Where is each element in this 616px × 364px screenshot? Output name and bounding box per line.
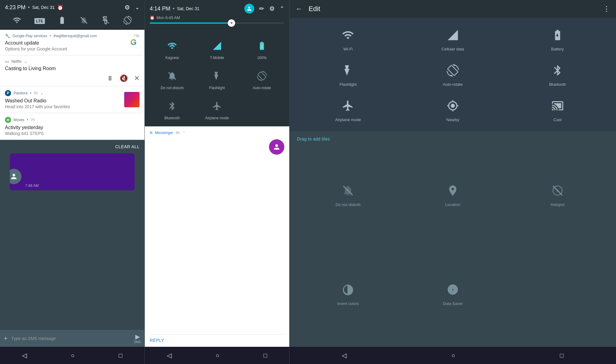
moves-icon: M xyxy=(5,117,11,123)
pandora-title: Washed Out Radio xyxy=(5,98,140,104)
edit-tile-wifi[interactable]: Wi-Fi xyxy=(297,23,399,56)
drag-tile-dnd[interactable]: Do not disturb xyxy=(297,147,399,243)
battery-edit-icon xyxy=(551,29,564,44)
brightness-icon: ☀ xyxy=(230,21,233,25)
edit-tile-bluetooth[interactable]: Bluetooth xyxy=(506,58,609,91)
recents-nav2-icon[interactable]: □ xyxy=(263,352,267,359)
wifi-edit-icon xyxy=(342,29,354,44)
more-options-icon[interactable]: ⋮ xyxy=(603,5,610,13)
invert-drag-icon xyxy=(342,283,354,298)
messenger-notification[interactable]: ≡ Messenger 8h ⌃ REPLY xyxy=(145,126,289,347)
qs-tile-bluetooth[interactable]: Bluetooth xyxy=(150,94,195,124)
panel-quick-settings: 4:14 PM • Sat, Dec 31 ✏ ⚙ ⌃ ⏰ Mon 6:45 A… xyxy=(145,0,290,364)
back-nav-icon[interactable]: ◁ xyxy=(22,352,27,359)
dnd-status-icon xyxy=(80,16,88,26)
edit-tile-airplane[interactable]: Airplane mode xyxy=(297,93,399,126)
sms-send-button[interactable]: ▶ SMS xyxy=(134,333,141,344)
reply-button[interactable]: REPLY xyxy=(150,338,164,343)
edit-tile-cellular[interactable]: Cellular data xyxy=(402,23,504,56)
moves-notification[interactable]: M Moves • 7h Activity yesterday Walking … xyxy=(0,113,144,140)
quick-settings-grid: Kagnew T-Mobile ⚡ 100% xyxy=(145,31,289,126)
edit-tile-cast[interactable]: Cast xyxy=(506,93,609,126)
edit-tile-battery[interactable]: Battery xyxy=(506,23,609,56)
messenger-icon: ≡ xyxy=(150,130,152,136)
pause-button[interactable]: ⏸ xyxy=(107,74,113,82)
brightness-slider[interactable]: ☀ xyxy=(150,22,284,24)
panel2-settings-icon[interactable]: ⚙ xyxy=(269,5,275,12)
cast-edit-label: Cast xyxy=(553,117,562,122)
flashlight-status-icon xyxy=(101,16,110,26)
home-nav3-icon[interactable]: ○ xyxy=(451,352,455,359)
edit-tile-autorotate[interactable]: Auto-rotate xyxy=(402,58,504,91)
panel2-sep: • xyxy=(173,6,175,11)
drag-tile-hotspot[interactable]: Hotspot xyxy=(506,147,609,243)
panel3-header: ← Edit ⋮ xyxy=(290,0,616,18)
wifi-qs-label: Kagnew xyxy=(165,56,179,60)
panel1-date: Sat, Dec 31 xyxy=(32,5,55,10)
qs-tile-airplane[interactable]: Airplane mode xyxy=(195,94,239,124)
qs-tile-lte[interactable]: T-Mobile xyxy=(195,34,239,64)
brightness-thumb: ☀ xyxy=(228,19,235,27)
home-nav2-icon[interactable]: ○ xyxy=(215,352,219,359)
autorotate-edit-label: Auto-rotate xyxy=(443,82,463,87)
wifi-edit-label: Wi-Fi xyxy=(343,47,353,51)
panel-notifications: 4:23 PM • Sat, Dec 31 ⏰ ⚙ ⌄ LTE xyxy=(0,0,145,364)
settings-icon[interactable]: ⚙ xyxy=(124,4,130,11)
sms-input-field[interactable]: Type an SMS message xyxy=(11,336,134,341)
cellular-edit-icon xyxy=(447,29,459,44)
svg-line-1 xyxy=(105,20,105,24)
flashlight-qs-label: Flashlight xyxy=(209,86,225,90)
recents-nav3-icon[interactable]: □ xyxy=(560,352,563,359)
qs-tile-battery[interactable]: ⚡ 100% xyxy=(239,34,284,64)
user-avatar-icon[interactable] xyxy=(244,4,254,14)
panel3-nav-bar: ◁ ○ □ xyxy=(290,347,616,364)
qs-tile-autorotate[interactable]: Auto-rotate xyxy=(239,64,284,94)
panel2-collapse-icon[interactable]: ⌃ xyxy=(280,5,284,12)
recents-nav-icon[interactable]: □ xyxy=(119,352,122,359)
back-nav2-icon[interactable]: ◁ xyxy=(167,352,172,359)
panel1-status-bar: LTE xyxy=(0,14,144,30)
qs-tile-flashlight[interactable]: Flashlight xyxy=(195,64,239,94)
netflix-notification[interactable]: ▭ Netflix ⌄ Casting to Living Room ⏸ 🔇 ✕ xyxy=(0,55,144,86)
datasaver-drag-icon xyxy=(447,283,459,298)
qs-tile-dnd[interactable]: Do not disturb xyxy=(150,64,195,94)
send-arrow-icon: ▶ xyxy=(135,333,140,340)
panel2-time-area: 4:14 PM • Sat, Dec 31 xyxy=(150,6,199,12)
wifi-status-icon xyxy=(13,16,21,26)
clear-all-button[interactable]: CLEAR ALL xyxy=(115,144,140,149)
dnd-qs-icon xyxy=(165,69,180,83)
panel1-time: 4:23 PM xyxy=(5,4,26,11)
qs-tile-wifi[interactable]: Kagnew xyxy=(150,34,195,64)
edit-tiles-grid: Wi-Fi Cellular data Battery xyxy=(290,18,616,131)
panel3-title: Edit xyxy=(309,5,597,13)
google-play-notification[interactable]: 🔧 Google Play services • theglittersquid… xyxy=(0,30,144,55)
sms-sender-avatar xyxy=(10,169,22,184)
panel1-header: 4:23 PM • Sat, Dec 31 ⏰ ⚙ ⌄ xyxy=(0,0,144,14)
edit-tile-nearby[interactable]: Nearby xyxy=(402,93,504,126)
drag-tile-datasaver[interactable]: Data Saver xyxy=(402,246,504,342)
home-nav-icon[interactable]: ○ xyxy=(71,352,74,359)
close-button[interactable]: ✕ xyxy=(134,74,140,82)
sms-timestamp: 7:48 AM xyxy=(25,184,39,188)
drag-tile-location[interactable]: Location xyxy=(402,147,504,243)
flashlight-edit-label: Flashlight xyxy=(340,82,357,87)
back-edit-icon[interactable]: ← xyxy=(296,5,302,13)
panel2-alarm-icon: ⏰ xyxy=(150,15,155,20)
panel1-separator: • xyxy=(28,5,30,10)
mute-button[interactable]: 🔇 xyxy=(120,74,128,82)
edit-tile-flashlight[interactable]: Flashlight xyxy=(297,58,399,91)
cast-edit-icon xyxy=(551,100,564,114)
drag-section-title: Drag to add tiles xyxy=(297,136,330,141)
back-nav3-icon[interactable]: ◁ xyxy=(342,352,346,359)
chevron-down-icon[interactable]: ⌄ xyxy=(135,4,140,11)
sms-add-icon[interactable]: + xyxy=(4,334,8,342)
edit-icon[interactable]: ✏ xyxy=(259,5,264,12)
drag-tile-invert[interactable]: Invert colors xyxy=(297,246,399,342)
netflix-screen-icon: ▭ xyxy=(5,59,9,64)
airplane-edit-icon xyxy=(342,100,354,114)
pandora-notification[interactable]: P Pandora • 5h ⌄ Washed Out Radio Head i… xyxy=(0,86,144,113)
dot-separator: • xyxy=(50,34,51,38)
dnd-drag-label: Do not disturb xyxy=(336,202,361,207)
brightness-track xyxy=(150,22,231,24)
panel1-nav-bar: ◁ ○ □ xyxy=(0,347,144,364)
